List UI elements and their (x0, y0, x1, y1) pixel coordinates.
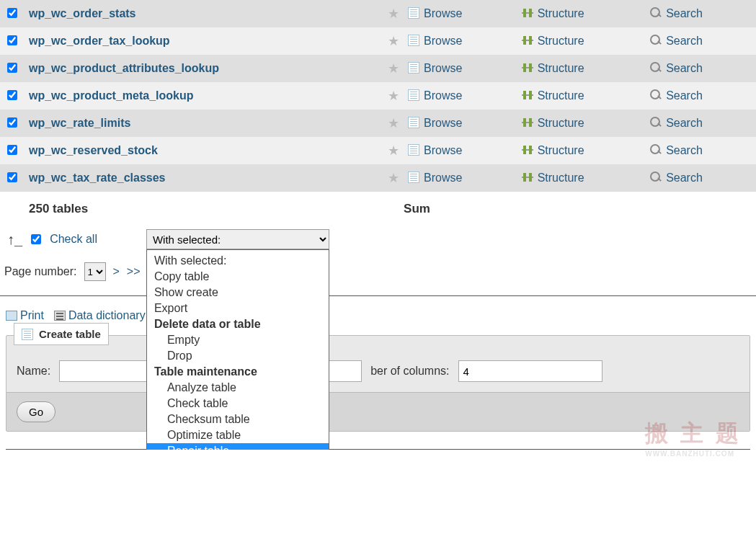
with-selected-select[interactable]: With selected: (146, 229, 329, 249)
name-label: Name: (17, 365, 50, 378)
favorite-star-icon[interactable]: ★ (388, 34, 399, 48)
structure-link[interactable]: Structure (538, 172, 584, 184)
search-link[interactable]: Search (666, 172, 703, 184)
structure-link[interactable]: Structure (538, 7, 584, 19)
search-icon (650, 35, 662, 46)
columns-label: ber of columns: (370, 365, 449, 378)
table-name-link[interactable]: wp_wc_order_tax_lookup (29, 35, 170, 47)
table-row: wp_wc_rate_limits★BrowseStructureSearch (0, 110, 756, 137)
dropdown-option[interactable]: Copy table (147, 269, 329, 285)
table-row: wp_wc_order_tax_lookup★BrowseStructureSe… (0, 27, 756, 55)
dropdown-option[interactable]: Checksum table (147, 411, 329, 427)
favorite-star-icon[interactable]: ★ (388, 143, 399, 158)
browse-link[interactable]: Browse (424, 117, 462, 129)
dropdown-option[interactable]: Empty (147, 332, 329, 348)
favorite-star-icon[interactable]: ★ (388, 61, 399, 76)
row-checkbox[interactable] (7, 172, 17, 182)
search-link[interactable]: Search (666, 144, 703, 156)
search-link[interactable]: Search (666, 89, 703, 102)
row-checkbox[interactable] (7, 90, 17, 100)
table-row: wp_wc_order_stats★BrowseStructureSearch (0, 0, 756, 27)
dropdown-option[interactable]: Show create (147, 285, 329, 301)
summary-row: 250 tables Sum (0, 192, 756, 219)
dropdown-option[interactable]: Drop (147, 348, 329, 364)
structure-icon (522, 35, 533, 46)
favorite-star-icon[interactable]: ★ (388, 116, 399, 130)
go-button[interactable]: Go (17, 401, 55, 422)
structure-link[interactable]: Structure (538, 62, 584, 74)
print-link[interactable]: Print (6, 309, 44, 322)
arrow-up-icon: ↑_ (7, 231, 22, 248)
browse-icon (408, 172, 419, 183)
browse-icon (408, 35, 419, 46)
structure-icon (522, 7, 533, 19)
page-number-label: Page number: (4, 265, 77, 278)
dropdown-option[interactable]: With selected: (147, 253, 329, 269)
dropdown-option[interactable]: Optimize table (147, 427, 329, 443)
table-name-link[interactable]: wp_wc_product_meta_lookup (29, 89, 194, 102)
browse-icon (408, 7, 419, 19)
columns-input[interactable] (458, 360, 602, 382)
structure-link[interactable]: Structure (538, 89, 584, 102)
table-name-link[interactable]: wp_wc_product_attributes_lookup (29, 62, 219, 74)
check-all-link[interactable]: Check all (50, 233, 97, 246)
table-row: wp_wc_product_attributes_lookup★BrowseSt… (0, 55, 756, 82)
dropdown-option[interactable]: Analyze table (147, 380, 329, 396)
browse-link[interactable]: Browse (424, 7, 462, 19)
search-icon (650, 144, 662, 156)
search-link[interactable]: Search (666, 35, 703, 47)
dropdown-option[interactable]: Export (147, 301, 329, 316)
search-link[interactable]: Search (666, 7, 703, 19)
table-row: wp_wc_product_meta_lookup★BrowseStructur… (0, 82, 756, 110)
table-name-link[interactable]: wp_wc_rate_limits (29, 117, 130, 129)
search-icon (650, 7, 662, 19)
browse-link[interactable]: Browse (424, 35, 462, 47)
search-icon (650, 172, 662, 183)
search-icon (650, 117, 662, 128)
browse-icon (408, 144, 419, 156)
dropdown-group-header: Table maintenance (147, 364, 329, 380)
table-name-link[interactable]: wp_wc_tax_rate_classes (29, 172, 165, 184)
dropdown-option[interactable]: Check table (147, 396, 329, 411)
page-number-select[interactable]: 1 (84, 262, 106, 281)
structure-icon (522, 89, 533, 101)
table-name-link[interactable]: wp_wc_reserved_stock (29, 144, 158, 156)
check-all-row: ↑_ Check all With selected: With selecte… (0, 219, 756, 255)
print-icon (6, 311, 17, 321)
with-selected-dropdown[interactable]: With selected:Copy tableShow createExpor… (146, 249, 329, 450)
last-page-link[interactable]: >> (127, 265, 141, 278)
data-dictionary-link[interactable]: Data dictionary (54, 309, 146, 322)
row-checkbox[interactable] (7, 117, 17, 128)
structure-link[interactable]: Structure (538, 117, 584, 129)
row-checkbox[interactable] (7, 145, 17, 155)
browse-link[interactable]: Browse (424, 144, 462, 156)
search-icon (650, 62, 662, 74)
structure-icon (522, 62, 533, 74)
with-selected-wrapper: With selected: With selected:Copy tableS… (146, 229, 329, 249)
table-count: 250 tables (25, 192, 383, 219)
favorite-star-icon[interactable]: ★ (388, 171, 399, 185)
favorite-star-icon[interactable]: ★ (388, 89, 399, 103)
table-icon (22, 329, 33, 340)
structure-link[interactable]: Structure (538, 144, 584, 156)
browse-link[interactable]: Browse (424, 62, 462, 74)
create-table-fieldset: Create table Name: ber of columns: Go (6, 335, 750, 432)
browse-link[interactable]: Browse (424, 89, 462, 102)
search-link[interactable]: Search (666, 117, 703, 129)
sum-label: Sum (404, 192, 756, 219)
dropdown-option[interactable]: Repair table (147, 443, 329, 450)
row-checkbox[interactable] (7, 8, 17, 18)
next-page-link[interactable]: > (113, 265, 120, 278)
structure-icon (522, 117, 533, 128)
check-all-checkbox[interactable] (31, 234, 41, 244)
browse-icon (408, 117, 419, 128)
row-checkbox[interactable] (7, 35, 17, 45)
browse-link[interactable]: Browse (424, 172, 462, 184)
table-row: wp_wc_tax_rate_classes★BrowseStructureSe… (0, 164, 756, 192)
table-name-link[interactable]: wp_wc_order_stats (29, 7, 136, 19)
structure-link[interactable]: Structure (538, 35, 584, 47)
favorite-star-icon[interactable]: ★ (388, 6, 399, 21)
search-link[interactable]: Search (666, 62, 703, 74)
browse-icon (408, 89, 419, 101)
row-checkbox[interactable] (7, 63, 17, 73)
